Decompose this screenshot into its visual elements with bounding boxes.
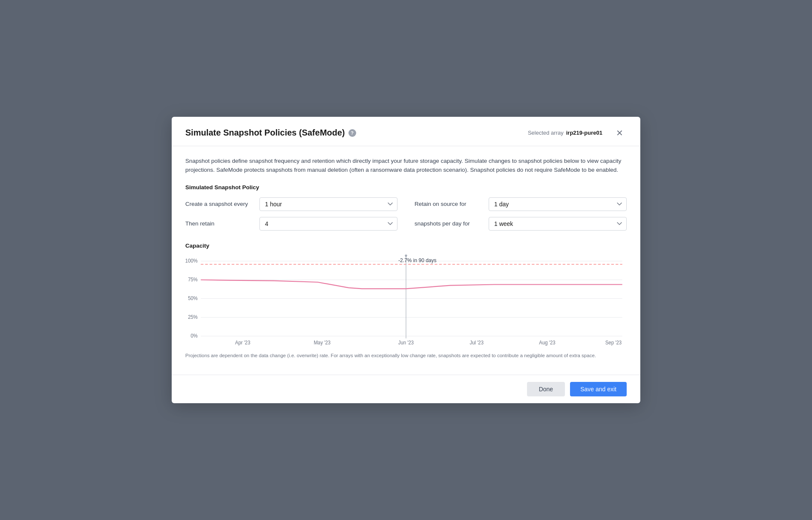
description-text: Snapshot policies define snapshot freque…	[185, 156, 627, 175]
capacity-label: Capacity	[185, 243, 627, 249]
then-retain-select[interactable]: 1 2 3 4 6 8 12	[259, 217, 397, 231]
modal-title-row: Simulate Snapshot Policies (SafeMode) ?	[185, 128, 356, 138]
svg-text:Sep '23: Sep '23	[605, 340, 622, 345]
selected-array-value: irp219-pure01	[566, 130, 602, 136]
create-snapshot-row: Create a snapshot every 1 hour 2 hours 4…	[185, 197, 397, 211]
svg-text:75%: 75%	[188, 276, 198, 282]
modal-overlay: Simulate Snapshot Policies (SafeMode) ? …	[0, 0, 812, 520]
capacity-section: Capacity -2.7% in 90 days 100% 75% 50% 2…	[185, 243, 627, 359]
help-icon[interactable]: ?	[348, 129, 356, 137]
array-info: Selected array irp219-pure01	[528, 130, 602, 136]
chart-note: Projections are dependent on the data ch…	[185, 352, 627, 359]
then-retain-row: Then retain 1 2 3 4 6 8 12	[185, 217, 397, 231]
create-snapshot-label: Create a snapshot every	[185, 201, 253, 207]
modal-container: Simulate Snapshot Policies (SafeMode) ? …	[172, 117, 640, 403]
snapshots-per-day-select[interactable]: 1 day 3 days 1 week 2 weeks 1 month	[489, 217, 627, 231]
retain-source-row: Retain on source for 1 day 2 days 1 week…	[415, 197, 627, 211]
done-button[interactable]: Done	[527, 382, 565, 396]
header-right: Selected array irp219-pure01 ✕	[528, 127, 627, 139]
retain-source-select[interactable]: 1 day 2 days 1 week 2 weeks 1 month	[489, 197, 627, 211]
chart-annotation: -2.7% in 90 days	[398, 257, 436, 263]
save-and-exit-button[interactable]: Save and exit	[570, 382, 627, 396]
svg-text:May '23: May '23	[314, 340, 331, 345]
close-button[interactable]: ✕	[613, 127, 627, 139]
modal-body: Snapshot policies define snapshot freque…	[172, 146, 640, 375]
policy-grid: Create a snapshot every 1 hour 2 hours 4…	[185, 197, 627, 231]
capacity-chart: 100% 75% 50% 25% 0%	[185, 254, 627, 348]
section-label: Simulated Snapshot Policy	[185, 184, 627, 191]
chart-container: -2.7% in 90 days 100% 75% 50% 25% 0%	[185, 254, 627, 348]
svg-text:Jun '23: Jun '23	[398, 340, 414, 345]
then-retain-label: Then retain	[185, 220, 253, 227]
svg-text:Jul '23: Jul '23	[469, 340, 484, 345]
create-snapshot-select[interactable]: 1 hour 2 hours 4 hours 6 hours 12 hours …	[259, 197, 397, 211]
modal-header: Simulate Snapshot Policies (SafeMode) ? …	[172, 117, 640, 146]
svg-text:Aug '23: Aug '23	[539, 340, 556, 345]
svg-text:100%: 100%	[185, 257, 198, 263]
retain-source-label: Retain on source for	[415, 201, 483, 207]
svg-text:0%: 0%	[191, 332, 198, 338]
selected-array-label: Selected array	[528, 130, 564, 136]
snapshots-per-day-label: snapshots per day for	[415, 220, 483, 227]
snapshots-per-day-row: snapshots per day for 1 day 3 days 1 wee…	[415, 217, 627, 231]
svg-text:50%: 50%	[188, 295, 198, 300]
svg-text:Apr '23: Apr '23	[235, 340, 251, 345]
modal-footer: Done Save and exit	[172, 375, 640, 403]
svg-text:25%: 25%	[188, 314, 198, 319]
modal-title: Simulate Snapshot Policies (SafeMode)	[185, 128, 345, 138]
